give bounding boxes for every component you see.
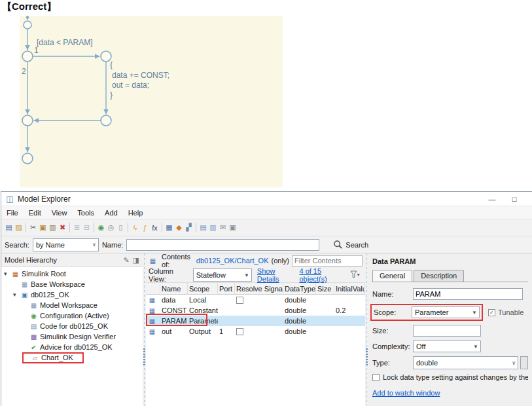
chevron-down-icon: ∨ <box>512 360 516 366</box>
junction-2[interactable] <box>22 51 33 62</box>
add-to-watch-link[interactable]: Add to watch window <box>372 389 440 397</box>
menu-add[interactable]: Add <box>99 209 123 217</box>
chevron-down-icon[interactable]: ▾ <box>13 291 20 298</box>
record-icon[interactable]: ◉ <box>96 221 106 234</box>
search-mode-dropdown[interactable]: by Name ∨ <box>33 238 99 251</box>
open-folder-icon[interactable]: ▨ <box>14 221 24 234</box>
junction-4[interactable] <box>22 115 33 126</box>
mail-icon[interactable]: ✉ <box>218 221 228 234</box>
object-count-link[interactable]: 4 of 15 object(s) <box>299 267 345 283</box>
report-icon[interactable]: ▤ <box>198 221 208 234</box>
tree-item-simulink-root[interactable]: ▾ ▦ Simulink Root <box>1 268 143 279</box>
scope-dropdown[interactable]: Parameter ▼ <box>412 306 480 318</box>
menu-edit[interactable]: Edit <box>24 209 46 217</box>
tab-general[interactable]: General <box>372 270 412 282</box>
maximize-button[interactable]: □ <box>510 195 519 203</box>
chevron-down-icon: ▼ <box>472 310 477 316</box>
tree-item-db0125-ok[interactable]: ▾ ▣ db0125_OK <box>1 289 143 300</box>
resolve-signal-checkbox[interactable] <box>236 328 243 335</box>
toolbar-separator <box>162 223 162 232</box>
single-layout-icon[interactable]: ⊟ <box>82 221 92 234</box>
menu-file[interactable]: File <box>1 209 24 217</box>
fx-icon[interactable]: fx <box>150 221 160 234</box>
minimize-button[interactable]: — <box>488 195 497 203</box>
tab-description[interactable]: Description <box>414 270 464 282</box>
delete-icon[interactable]: ✖ <box>58 221 67 234</box>
show-details-link[interactable]: Show Details <box>257 267 294 283</box>
tree-item-base-workspace[interactable]: ▦ Base Workspace <box>1 279 143 289</box>
type-expand-button[interactable] <box>520 356 528 369</box>
column-header-initialvalue[interactable]: InitialValu <box>334 283 365 294</box>
tree-item-chart-ok[interactable]: ▱ Chart_OK <box>1 352 143 363</box>
complexity-value: Off <box>416 342 425 350</box>
parse-icon[interactable]: ϟ <box>130 221 140 234</box>
table-row-out[interactable]: ▦ out Output 1 double <box>146 326 365 337</box>
tree-item-model-workspace[interactable]: ▦ Model Workspace <box>1 300 143 310</box>
type-dropdown[interactable]: double ∨ <box>413 356 518 369</box>
column-header-size[interactable]: Size <box>316 283 334 294</box>
compare-icon[interactable]: ◆ <box>174 221 184 234</box>
resolve-signal-checkbox[interactable] <box>236 297 243 304</box>
camera-icon[interactable]: ◨ <box>133 256 139 265</box>
tile-layout-icon[interactable]: ⊞ <box>72 221 82 234</box>
filter-icon[interactable] <box>350 270 360 280</box>
contents-path-link[interactable]: db0125_OK/Chart_OK <box>196 257 269 265</box>
complexity-dropdown[interactable]: Off ▼ <box>413 341 481 352</box>
column-header-name[interactable]: Name <box>160 283 188 294</box>
title-bar[interactable]: ◫ Model Explorer — □ <box>1 192 532 206</box>
column-header-port[interactable]: Port <box>218 283 235 294</box>
action-line-1[interactable]: data += CONST; <box>112 71 169 80</box>
filter-contents-input[interactable] <box>292 255 363 267</box>
toolbar-separator <box>94 223 94 232</box>
print-icon[interactable]: ▣ <box>228 221 238 234</box>
search-name-input[interactable] <box>126 239 319 251</box>
table-row-param-selected[interactable]: ▦ PARAM Parameter double <box>146 316 365 326</box>
junction-6[interactable] <box>22 153 33 164</box>
column-header-datatype[interactable]: DataType <box>283 283 316 294</box>
code-icon: ▤ <box>29 323 38 330</box>
menu-help[interactable]: Help <box>123 209 149 217</box>
menu-view[interactable]: View <box>46 209 73 217</box>
contents-pane: ▦ Contents of: db0125_OK/Chart_OK (only)… <box>146 253 365 406</box>
table-view-icon[interactable]: ▦ <box>164 221 174 234</box>
tunable-label: Tunable <box>498 308 523 316</box>
tree-item-code[interactable]: ▤ Code for db0125_OK <box>1 321 143 331</box>
name-field[interactable] <box>413 288 523 300</box>
page-icon[interactable]: ▯ <box>116 221 126 234</box>
junction-5[interactable] <box>101 115 111 126</box>
column-header-scope[interactable]: Scope <box>188 283 218 294</box>
pencil-icon[interactable]: ✎ <box>123 256 129 265</box>
column-header-resolve-signal[interactable]: Resolve Signal <box>235 283 283 294</box>
search-button[interactable]: Search <box>333 240 368 249</box>
menu-tools[interactable]: Tools <box>72 209 99 217</box>
copy-icon[interactable]: ▣ <box>38 221 48 234</box>
cut-icon[interactable]: ✂ <box>28 221 38 234</box>
inspector-tabs: General Description <box>372 270 528 282</box>
paste-icon[interactable]: ▥ <box>48 221 58 234</box>
cell-name: data <box>160 296 188 304</box>
size-field[interactable] <box>413 325 481 337</box>
lock-datatype-label: Lock data type setting against changes b… <box>383 373 528 381</box>
pane-splitter-right[interactable] <box>365 253 368 406</box>
tree-item-design-verifier[interactable]: ▩ Simulink Design Verifier <box>1 331 143 342</box>
junction-1[interactable] <box>24 21 31 29</box>
table-row-const[interactable]: ▦ CONST Constant double 0.2 <box>146 305 365 316</box>
workspace-icon: ▦ <box>29 302 38 309</box>
column-view-dropdown[interactable]: Stateflow ▼ <box>193 268 252 282</box>
action-line-2[interactable]: out = data; <box>112 81 149 90</box>
tree-item-configuration-active[interactable]: ◉ Configuration (Active) <box>1 310 143 321</box>
data-object-icon: ▦ <box>148 297 156 304</box>
lock-datatype-checkbox[interactable] <box>372 374 380 381</box>
snapshot-icon[interactable]: ◎ <box>106 221 116 234</box>
transition-condition-label[interactable]: [data < PARAM] <box>37 38 92 47</box>
export-icon[interactable]: ▥ <box>208 221 218 234</box>
tunable-checkbox[interactable]: ✓ Tunable <box>488 308 523 316</box>
grid-pair-icon[interactable]: ▞ <box>184 221 194 234</box>
new-model-icon[interactable]: ▤ <box>4 221 14 234</box>
search-label: Search: <box>5 241 29 249</box>
tree-item-advice[interactable]: ✔ Advice for db0125_OK <box>1 342 143 352</box>
run-function-icon[interactable]: ƒ <box>140 221 150 234</box>
table-row-data[interactable]: ▦ data Local double <box>146 295 365 305</box>
table-header[interactable]: Name Scope Port Resolve Signal DataType … <box>146 283 365 295</box>
chevron-down-icon[interactable]: ▾ <box>4 270 11 277</box>
